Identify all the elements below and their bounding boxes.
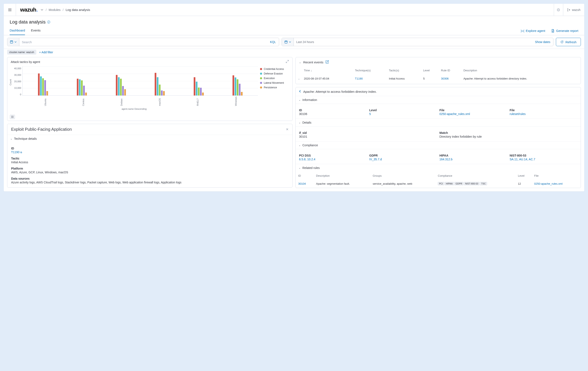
rel-compliance: PCIHIPAAGDPRNIST-800-53TSC (436, 180, 515, 187)
search-input[interactable] (19, 38, 267, 46)
filter-chip[interactable]: cluster.name: wazuh (7, 50, 36, 54)
label-rule-level: Level (369, 108, 437, 112)
cell-time: 2020-08-19 07:45:04 (302, 74, 353, 84)
show-dates-button[interactable]: Show dates (532, 38, 553, 46)
document-icon (551, 29, 554, 32)
date-range-value[interactable]: Last 24 hours (294, 38, 532, 46)
generate-report-button[interactable]: Generate report (551, 29, 578, 32)
rel-col-desc[interactable]: Description (314, 172, 370, 180)
value-rule-level[interactable]: 5 (369, 112, 437, 116)
table-row[interactable]: 30104 Apache: segmentation fault. servic… (296, 180, 580, 187)
svg-rect-4 (285, 41, 287, 43)
compliance-badge: GDPR (454, 182, 463, 185)
accordion-related-rules[interactable]: ⌄ Related rules (296, 164, 581, 172)
recent-events-panel: ⌄ Recent events Time ↓ Technique(s) Tact… (295, 57, 581, 84)
breadcrumb: / Modules / Log data analysis (40, 8, 90, 11)
svg-rect-2 (10, 41, 13, 43)
rel-col-compliance[interactable]: Compliance (436, 172, 515, 180)
chevron-down-icon (289, 41, 291, 43)
x-axis-categories: UbuntuCentosDebianmacOSRHEL7Windows (10, 96, 258, 106)
compliance-badge: PCI (438, 182, 444, 185)
label-id: ID (11, 147, 289, 150)
svg-point-1 (558, 9, 559, 11)
expand-icon[interactable] (286, 60, 289, 64)
saved-query-button[interactable] (7, 38, 19, 46)
exit-icon (567, 8, 570, 11)
col-tactic[interactable]: Tactic(s) (387, 68, 421, 73)
y-axis-label: Count (9, 79, 12, 85)
label-data-sources: Data sources (11, 177, 289, 180)
close-icon[interactable]: ✕ (286, 127, 289, 131)
chart-legend: Credential AccessDefense EvasionExecutio… (260, 66, 289, 111)
rel-file[interactable]: 0250-apache_rules.xml (534, 182, 563, 185)
legend-item[interactable]: Execution (260, 77, 289, 80)
rel-col-file[interactable]: File (532, 172, 580, 180)
svg-point-0 (557, 9, 560, 11)
table-row[interactable]: ⌄ 2020-08-19 07:45:04 T1190 Initial Acce… (296, 74, 580, 84)
value-gdpr[interactable]: IV_35.7.d (369, 158, 437, 161)
rel-level: 12 (516, 180, 532, 187)
col-description[interactable]: Description (462, 68, 580, 73)
value-nist[interactable]: SA.11, AU.14, AC.7 (510, 158, 578, 161)
kql-toggle[interactable]: KQL (267, 38, 279, 46)
loading-indicator[interactable] (554, 4, 563, 16)
page-title: Log data analysis i (10, 19, 578, 25)
tenant-switcher[interactable]: wazuh (563, 4, 584, 16)
accordion-technique-details[interactable]: ⌄ Technique details (7, 135, 292, 142)
col-time[interactable]: Time ↓ (302, 68, 353, 73)
col-level[interactable]: Level (421, 68, 439, 73)
menu-toggle[interactable] (4, 4, 16, 16)
accordion-information[interactable]: ⌄ Information (296, 96, 581, 104)
explore-agent-button[interactable]: Explore agent (521, 29, 546, 32)
bar-chart (22, 66, 258, 96)
value-hipaa[interactable]: 164.312.b (440, 158, 507, 161)
accordion-details[interactable]: ⌄ Details (296, 118, 581, 126)
label-rule-file: File (440, 108, 507, 112)
legend-item[interactable]: Persistence (260, 86, 289, 89)
rule-detail-title: Apache: Attempt to access forbidden dire… (303, 90, 377, 93)
refresh-button[interactable]: Refresh (556, 38, 581, 46)
label-rule-id: ID (299, 108, 367, 112)
col-technique[interactable]: Technique(s) (353, 68, 387, 73)
chart-panel: Attack tactics by agent Count 40,00030,0… (7, 57, 293, 121)
chevron-down-icon[interactable]: ⌄ (299, 61, 301, 64)
legend-item[interactable]: Lateral Movement (260, 81, 289, 84)
tab-events[interactable]: Events (31, 29, 41, 35)
breadcrumb-chevron-icon[interactable] (40, 8, 44, 11)
open-recent-external[interactable] (326, 60, 329, 64)
col-rule-id[interactable]: Rule ID (440, 68, 462, 73)
accordion-compliance[interactable]: ⌄ Compliance (296, 141, 581, 149)
row-expand[interactable]: ⌄ (296, 74, 302, 84)
legend-item[interactable]: Defense Evasion (260, 72, 289, 75)
rel-id[interactable]: 30104 (298, 182, 306, 185)
chevron-down-icon: ⌄ (299, 144, 301, 147)
rel-col-id[interactable]: ID (296, 172, 314, 180)
rel-col-groups[interactable]: Groups (371, 172, 435, 180)
rel-col-level[interactable]: Level (516, 172, 532, 180)
back-button[interactable] (299, 90, 301, 93)
value-rule-path[interactable]: ruleset/rules (510, 112, 578, 116)
value-rule-file[interactable]: 0250-apache_rules.xml (440, 112, 507, 116)
breadcrumb-modules[interactable]: Modules (49, 8, 61, 11)
label-tactic: Tactic (11, 157, 289, 160)
label-platform: Platform (11, 167, 289, 170)
tab-dashboard[interactable]: Dashboard (10, 29, 25, 35)
technique-id-link[interactable]: T1190⧉ (11, 150, 22, 154)
compliance-badge: TSC (480, 182, 487, 185)
compliance-badge: NIST-800-53 (464, 182, 480, 185)
chart-view-table-button[interactable] (10, 115, 15, 119)
cell-rule-id[interactable]: 30306 (441, 77, 449, 80)
value-pci[interactable]: 6.5.8, 10.2.4 (299, 158, 367, 161)
info-icon[interactable]: i (47, 21, 50, 23)
cell-technique[interactable]: T1190 (355, 77, 363, 80)
breadcrumb-sep: / (63, 8, 63, 11)
legend-item[interactable]: Credential Access (260, 68, 289, 71)
date-quick-button[interactable] (282, 38, 294, 46)
external-link-icon: ⧉ (20, 151, 22, 154)
value-data-sources: Azure activity logs, AWS CloudTrail logs… (11, 181, 289, 184)
exploit-panel: Exploit Public-Facing Application ✕ ⌄ Te… (7, 124, 293, 188)
x-axis-label: agent.name Descending (10, 106, 258, 111)
label-rule-path: File (510, 108, 578, 112)
add-filter-button[interactable]: + Add filter (39, 51, 53, 54)
label-hipaa: HIPAA (440, 154, 507, 157)
